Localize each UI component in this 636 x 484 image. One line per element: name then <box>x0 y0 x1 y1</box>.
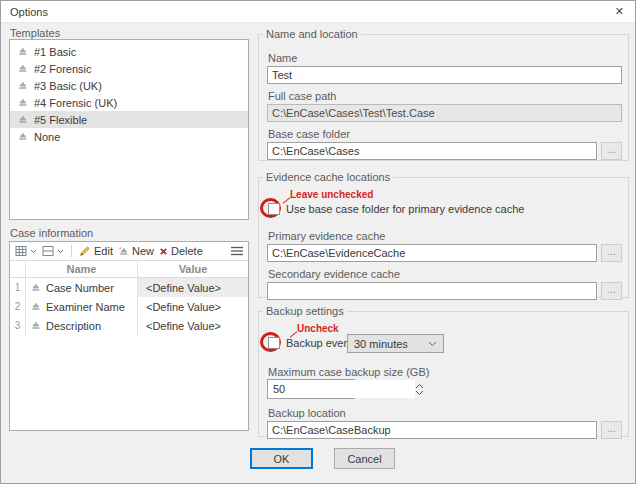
secondary-evidence-cache-label: Secondary evidence cache <box>268 268 400 280</box>
row-name-cell: Description <box>26 316 138 335</box>
case-template-icon <box>17 46 28 57</box>
base-case-folder-input[interactable] <box>267 142 597 160</box>
backup-every-checkbox-label: Backup every <box>286 337 353 349</box>
table-row-case-number[interactable]: 1 Case Number <Define Value> <box>10 278 248 297</box>
value-column-header[interactable]: Value <box>138 263 248 275</box>
case-template-icon <box>17 63 28 74</box>
ok-button[interactable]: OK <box>250 448 313 469</box>
primary-evidence-cache-input[interactable] <box>267 244 597 262</box>
row-number: 1 <box>10 278 26 297</box>
spinner-buttons[interactable] <box>415 380 424 398</box>
field-icon <box>30 320 41 331</box>
use-base-folder-checkbox-label: Use base case folder for primary evidenc… <box>286 203 524 215</box>
table-grid-icon <box>15 245 27 257</box>
table-row-examiner-name[interactable]: 2 Examiner Name <Define Value> <box>10 297 248 316</box>
spin-down-icon <box>415 390 424 396</box>
case-information-label: Case information <box>10 227 93 239</box>
row-name-label: Examiner Name <box>46 301 125 313</box>
template-item-label: None <box>34 131 60 143</box>
template-item-4-forensic-uk[interactable]: #4 Forensic (UK) <box>10 94 248 111</box>
case-template-icon <box>17 80 28 91</box>
secondary-evidence-cache-input[interactable] <box>267 282 597 300</box>
case-info-table-header: Name Value <box>10 261 248 278</box>
template-item-label: #4 Forensic (UK) <box>34 97 117 109</box>
annotation-uncheck: Uncheck <box>297 323 339 334</box>
row-number: 2 <box>10 297 26 316</box>
new-button[interactable]: New <box>118 245 154 257</box>
menu-button[interactable] <box>231 246 243 256</box>
full-case-path-field <box>267 104 622 122</box>
row-name-cell: Case Number <box>26 278 138 297</box>
template-item-1-basic[interactable]: #1 Basic <box>10 43 248 60</box>
table-view-button[interactable] <box>15 245 37 257</box>
name-input[interactable] <box>267 66 622 84</box>
case-template-icon <box>17 97 28 108</box>
template-item-2-forensic[interactable]: #2 Forensic <box>10 60 248 77</box>
template-item-label: #5 Flexible <box>34 114 87 126</box>
field-icon <box>30 282 41 293</box>
row-number-header <box>10 261 26 277</box>
backup-settings-legend: Backup settings <box>263 305 347 317</box>
case-template-icon <box>17 131 28 142</box>
new-item-icon <box>118 246 129 257</box>
template-item-5-flexible[interactable]: #5 Flexible <box>10 111 248 128</box>
backup-location-label: Backup location <box>268 407 346 419</box>
name-label: Name <box>268 52 297 64</box>
max-backup-size-input[interactable] <box>268 380 415 398</box>
name-column-header[interactable]: Name <box>26 261 138 277</box>
table-row-description[interactable]: 3 Description <Define Value> <box>10 316 248 335</box>
evidence-cache-legend: Evidence cache locations <box>263 171 393 183</box>
templates-list: #1 Basic #2 Forensic #3 Basic (UK) #4 Fo… <box>9 39 249 220</box>
toolbar-separator <box>71 245 72 257</box>
base-case-folder-browse-button[interactable]: ... <box>601 142 622 160</box>
edit-button-label: Edit <box>94 245 113 257</box>
split-pane-icon <box>42 245 54 257</box>
row-number: 3 <box>10 316 26 335</box>
template-item-3-basic-uk[interactable]: #3 Basic (UK) <box>10 77 248 94</box>
options-dialog: Options ✕ Templates #1 Basic #2 Forensic… <box>0 0 636 484</box>
backup-location-browse-button[interactable]: ... <box>601 421 622 439</box>
full-case-path-label: Full case path <box>268 90 336 102</box>
spin-up-icon <box>415 383 424 389</box>
backup-every-checkbox[interactable] <box>268 337 280 349</box>
base-case-folder-label: Base case folder <box>268 128 350 140</box>
field-icon <box>30 301 41 312</box>
backup-location-input[interactable] <box>267 421 597 439</box>
row-name-label: Case Number <box>46 282 114 294</box>
max-backup-size-spinner[interactable] <box>267 379 355 399</box>
split-pane-button[interactable] <box>42 245 64 257</box>
backup-interval-value: 30 minutes <box>354 338 408 350</box>
use-base-folder-checkbox[interactable] <box>268 203 280 215</box>
evidence-cache-group: Evidence cache locations Leave unchecked… <box>258 171 629 298</box>
row-value-cell[interactable]: <Define Value> <box>138 320 248 332</box>
name-and-location-legend: Name and location <box>263 28 361 40</box>
annotation-leave-unchecked: Leave unchecked <box>290 189 373 200</box>
secondary-evidence-cache-browse-button[interactable]: ... <box>601 282 622 300</box>
templates-label: Templates <box>10 27 60 39</box>
row-value-cell[interactable]: <Define Value> <box>138 278 248 297</box>
template-item-label: #1 Basic <box>34 46 76 58</box>
cancel-button[interactable]: Cancel <box>334 448 395 469</box>
case-template-icon <box>17 114 28 125</box>
backup-interval-select[interactable]: 30 minutes <box>347 334 444 353</box>
row-value-cell[interactable]: <Define Value> <box>138 301 248 313</box>
new-button-label: New <box>132 245 154 257</box>
max-backup-size-label: Maximum case backup size (GB) <box>268 366 429 378</box>
name-and-location-group: Name and location Name Full case path Ba… <box>258 28 629 161</box>
backup-settings-group: Backup settings Uncheck Backup every 30 … <box>258 305 629 437</box>
row-name-cell: Examiner Name <box>26 297 138 316</box>
delete-button-label: Delete <box>171 245 203 257</box>
chevron-down-icon <box>428 341 437 347</box>
primary-evidence-cache-browse-button[interactable]: ... <box>601 244 622 262</box>
chevron-down-icon <box>30 249 37 254</box>
hamburger-menu-icon <box>231 246 243 256</box>
edit-button[interactable]: Edit <box>79 245 113 257</box>
delete-x-icon <box>159 247 168 256</box>
template-item-none[interactable]: None <box>10 128 248 145</box>
primary-evidence-cache-label: Primary evidence cache <box>268 230 385 242</box>
case-information-panel: Edit New Delete Name Value 1 Cas <box>9 241 249 431</box>
chevron-down-icon <box>57 249 64 254</box>
close-icon[interactable]: ✕ <box>613 5 626 18</box>
case-information-toolbar: Edit New Delete <box>10 242 248 261</box>
delete-button[interactable]: Delete <box>159 245 203 257</box>
